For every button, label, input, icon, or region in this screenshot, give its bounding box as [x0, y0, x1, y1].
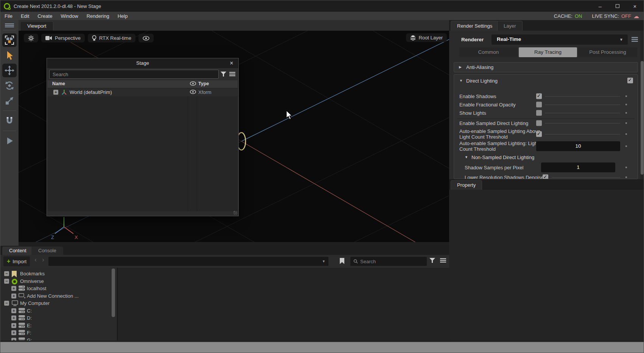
stage-window-titlebar[interactable]: Stage ×	[47, 58, 238, 68]
play-button[interactable]	[2, 134, 17, 148]
reset-dot[interactable]	[625, 145, 627, 147]
titlebar[interactable]: Create Next 2021.2.0-dl.48 - New Stage –…	[0, 0, 644, 12]
tree-item-f[interactable]: +F:	[0, 329, 112, 337]
bookmark-icon[interactable]	[340, 258, 344, 264]
reset-dot[interactable]	[625, 133, 627, 135]
enable-shadows-checkbox[interactable]	[536, 94, 542, 99]
stage-search-input[interactable]	[49, 70, 219, 79]
viewport-settings-button[interactable]	[24, 34, 38, 42]
tree-item-e[interactable]: +E:	[0, 322, 112, 330]
content-files-area[interactable]	[118, 268, 449, 341]
prim-name[interactable]: World (defaultPrim)	[70, 89, 112, 95]
renderer-dropdown[interactable]: Real-Time ▼	[492, 34, 628, 45]
reset-dot[interactable]	[625, 112, 627, 114]
cache-status[interactable]: ON	[575, 13, 582, 19]
collapse-arrow-icon[interactable]: ▶	[459, 65, 462, 69]
select-tool-button[interactable]	[2, 48, 17, 62]
content-tree[interactable]: −Bookmarks−Omniverse+localhost+Add New C…	[0, 268, 117, 341]
back-button[interactable]: ‹	[32, 256, 39, 264]
reset-dot[interactable]	[625, 122, 627, 124]
minimize-button[interactable]: –	[591, 0, 609, 12]
tree-item-add-new-connection[interactable]: +Add New Connection ...	[0, 292, 112, 300]
column-type[interactable]: Type	[198, 81, 209, 86]
section-direct-lighting[interactable]: ▼ Direct Lighting Enable Shadows Enable …	[454, 74, 638, 179]
expand-icon[interactable]: +	[53, 90, 58, 95]
path-field[interactable]: ▼	[48, 257, 328, 266]
collapse-minus-icon[interactable]: −	[4, 279, 9, 284]
rotate-tool-button[interactable]	[2, 79, 17, 92]
reset-dot[interactable]	[625, 176, 627, 178]
import-button[interactable]: + Import	[3, 256, 30, 266]
menu-help[interactable]: Help	[114, 13, 132, 19]
reset-dot[interactable]	[625, 95, 627, 97]
tree-item-d[interactable]: +D:	[0, 314, 112, 322]
tree-item-bookmarks[interactable]: −Bookmarks	[0, 270, 112, 278]
menu-create[interactable]: Create	[33, 13, 56, 19]
mode-tab-post-processing[interactable]: Post Processing	[578, 47, 637, 57]
tree-item-c[interactable]: +C:	[0, 307, 112, 315]
tab-content[interactable]: Content	[2, 247, 33, 255]
reset-dot[interactable]	[625, 167, 627, 168]
render-settings-scrollbar[interactable]	[640, 31, 644, 179]
shadow-samples-per-pixel-field[interactable]: 1	[541, 162, 615, 172]
reset-dot[interactable]	[625, 104, 627, 105]
content-search-input[interactable]	[360, 257, 425, 266]
expand-plus-icon[interactable]: +	[11, 323, 16, 328]
snap-tool-button[interactable]	[2, 114, 17, 128]
scale-tool-button[interactable]	[2, 94, 17, 108]
renderer-options-icon[interactable]	[632, 37, 638, 42]
stage-row-world[interactable]: + World (defaultPrim) Xform	[48, 89, 238, 96]
tree-item-my-computer[interactable]: −My Computer	[0, 300, 112, 307]
stage-window[interactable]: Stage × Name Type + World (defaultPr	[47, 58, 239, 216]
stage-column-header[interactable]: Name Type	[48, 80, 238, 88]
tab-console[interactable]: Console	[31, 247, 63, 255]
section-anti-aliasing[interactable]: ▶ Anti-Aliasing	[454, 62, 638, 72]
auto-enable-sampled-lighting-checkbox[interactable]	[536, 131, 542, 137]
expand-plus-icon[interactable]: +	[11, 294, 16, 298]
mode-tab-ray-tracing[interactable]: Ray Tracing	[519, 47, 577, 57]
column-visibility-eye-icon[interactable]	[190, 81, 196, 86]
stage-filter-icon[interactable]	[221, 72, 226, 77]
stage-close-icon[interactable]: ×	[228, 58, 235, 68]
expand-plus-icon[interactable]: +	[11, 338, 16, 341]
tab-viewport[interactable]: Viewport	[20, 21, 53, 31]
expand-arrow-icon[interactable]: ▼	[465, 155, 468, 159]
path-input[interactable]	[51, 257, 316, 266]
content-filter-icon[interactable]	[429, 258, 435, 263]
expand-plus-icon[interactable]: +	[11, 316, 16, 320]
tree-item-omniverse[interactable]: −Omniverse	[0, 278, 112, 285]
tree-item-localhost[interactable]: +localhost	[0, 285, 112, 292]
menu-rendering[interactable]: Rendering	[82, 13, 114, 19]
enable-sampled-direct-lighting-checkbox[interactable]	[536, 120, 542, 126]
light-count-threshold-field[interactable]: 10	[536, 141, 620, 151]
stage-tree[interactable]: + World (defaultPrim) Xform	[48, 88, 238, 211]
cloud-sync-icon[interactable]: ☁	[633, 13, 639, 19]
expand-plus-icon[interactable]: +	[11, 308, 16, 313]
tree-item-g[interactable]: +G:	[0, 337, 112, 341]
menu-window[interactable]: Window	[56, 13, 82, 19]
root-layer-button[interactable]: Root Layer	[406, 33, 447, 42]
expand-plus-icon[interactable]: +	[11, 330, 16, 335]
live-sync-status[interactable]: OFF	[621, 13, 631, 19]
move-tool-button[interactable]	[2, 64, 17, 77]
enable-fractional-opacity-checkbox[interactable]	[536, 102, 542, 108]
direct-lighting-enabled-checkbox[interactable]	[627, 78, 633, 83]
expand-plus-icon[interactable]: +	[11, 286, 16, 291]
tab-render-settings[interactable]: Render Settings	[451, 21, 499, 31]
content-options-icon[interactable]	[440, 258, 446, 263]
maximize-button[interactable]	[609, 0, 626, 12]
forward-button[interactable]: ›	[40, 256, 47, 264]
visibility-button[interactable]	[138, 34, 154, 42]
prim-visibility-eye-icon[interactable]	[190, 90, 196, 94]
path-dropdown-caret-icon[interactable]: ▼	[322, 259, 325, 263]
menu-edit[interactable]: Edit	[17, 13, 33, 19]
show-lights-checkbox[interactable]	[536, 110, 542, 116]
content-search-field[interactable]	[350, 257, 427, 266]
tab-layer[interactable]: Layer	[497, 21, 523, 31]
selection-mode-button[interactable]	[2, 33, 17, 47]
stage-options-icon[interactable]	[229, 72, 235, 77]
collapse-minus-icon[interactable]: −	[4, 271, 9, 276]
renderer-selector-button[interactable]: RTX Real-time	[88, 34, 135, 42]
tab-property[interactable]: Property	[451, 180, 482, 190]
toolbar-drag-handle-icon[interactable]	[5, 23, 14, 28]
